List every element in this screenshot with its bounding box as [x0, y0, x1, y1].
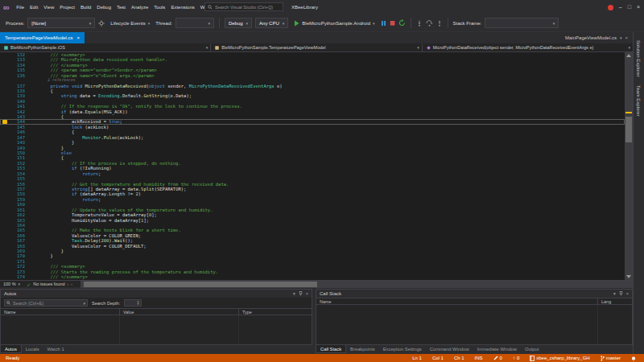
close-button[interactable]: × — [637, 0, 640, 14]
call-stack-panel: Call Stack ▾ × NameLang — [316, 289, 633, 345]
menu-tools[interactable]: Tools — [151, 0, 168, 14]
git-pending-changes[interactable]: 0 — [493, 356, 502, 360]
code-editor[interactable]: 132/// <summary>133/// MicroPython data … — [0, 52, 625, 280]
bottom-tab-autos[interactable]: Autos — [0, 345, 22, 353]
close-icon[interactable]: × — [626, 291, 629, 296]
chevron-down-icon: ▾ — [553, 21, 555, 26]
chevron-down-icon: ▾ — [373, 21, 375, 26]
call-stack-column-lang: Lang — [598, 298, 632, 304]
stop-debug-icon[interactable] — [390, 20, 395, 27]
prev-issue-icon[interactable]: ‹ — [68, 282, 69, 286]
chevron-down-icon[interactable]: ▾ — [83, 301, 85, 306]
process-combo[interactable]: [None]▾ — [27, 18, 95, 28]
call-stack-column-name: Name — [316, 298, 598, 304]
call-stack-body[interactable] — [316, 305, 632, 344]
gear-icon[interactable] — [98, 20, 105, 27]
git-branch[interactable]: master — [601, 356, 621, 361]
scrollbar-thumb[interactable] — [625, 117, 632, 142]
platform-combo[interactable]: Any CPU▾ — [255, 18, 288, 28]
start-debug-button[interactable]: BleMicroPythonSample.Android ▾ — [291, 18, 377, 28]
current-line-marker — [2, 120, 7, 124]
close-tab-icon[interactable]: × — [77, 35, 80, 40]
menu-file[interactable]: File — [14, 0, 27, 14]
menu-view[interactable]: View — [41, 0, 57, 14]
check-icon: ✓ — [27, 282, 31, 287]
menu-extensions[interactable]: Extensions — [168, 0, 197, 14]
code-line-174[interactable]: 174/// </summary> — [0, 274, 625, 279]
status-insert-mode: INS — [475, 356, 483, 360]
document-health-indicator[interactable]: ✓ No issues found ‹ › — [27, 282, 72, 287]
tab-temperaturepageviewmodel[interactable]: TemperaturePageViewModel.cs × — [0, 32, 85, 43]
chevron-down-icon[interactable]: ▾ — [613, 291, 616, 296]
editor-vertical-scrollbar[interactable] — [625, 52, 633, 280]
step-into-icon[interactable] — [416, 20, 423, 27]
method-icon — [427, 46, 431, 50]
autos-grid-body[interactable] — [1, 315, 312, 344]
step-out-icon[interactable] — [436, 20, 443, 27]
minimize-button[interactable]: – — [619, 0, 622, 14]
code-text: return; — [29, 171, 101, 176]
git-repository[interactable]: xbee_csharp_library_GH — [530, 356, 589, 361]
document-tab-well: TemperaturePageViewModel.cs × MainPageVi… — [0, 32, 633, 43]
git-outgoing-commits[interactable]: ↑ 0 — [513, 356, 519, 360]
scrollbar-thumb[interactable] — [84, 282, 317, 287]
quick-search-box[interactable]: Search Visual Studio (Ctrl+Q) — [204, 2, 283, 11]
menu-build[interactable]: Build — [77, 0, 93, 14]
maximize-button[interactable]: □ — [628, 0, 631, 14]
solution-name-label: XBeeLibrary — [291, 0, 318, 14]
zoom-combo[interactable]: 100 %▾ — [0, 281, 23, 288]
code-text: private void MicroPythonDataReceived(obj… — [29, 84, 283, 88]
autos-title-bar[interactable]: Autos ▾ × — [1, 290, 312, 298]
tab-preview-mainpageviewmodel[interactable]: MainPageViewModel.cs ▾ × — [562, 32, 631, 43]
stack-frame-combo[interactable]: ▾ — [485, 18, 559, 28]
editor-horizontal-scrollbar[interactable] — [80, 281, 633, 288]
scroll-up-arrow[interactable] — [626, 54, 631, 57]
breadcrumb-member-dropdown[interactable]: MicroPythonDataReceived(object sender, M… — [423, 43, 633, 51]
bottom-tool-windows: Autos ▾ × Search (Ctrl+E) ▾ Search Depth… — [0, 289, 633, 345]
autos-column-type: Type — [239, 309, 312, 315]
chevron-down-icon[interactable]: ▾ — [620, 35, 622, 40]
close-tab-icon[interactable]: × — [625, 35, 628, 40]
status-column: Col 1 — [432, 356, 444, 360]
debug-toolbar: Process: [None]▾ Lifecycle Events▾ Threa… — [0, 14, 644, 32]
notifications-bell-icon[interactable] — [631, 356, 636, 361]
restart-icon[interactable] — [398, 19, 406, 27]
search-icon — [6, 301, 10, 305]
editor-bottom-bar: 100 %▾ ✓ No issues found ‹ › — [0, 280, 633, 287]
lifecycle-events-button[interactable]: Lifecycle Events▾ — [108, 18, 152, 28]
menu-project[interactable]: Project — [57, 0, 78, 14]
search-depth-label: Search Depth: — [92, 301, 120, 306]
scroll-down-arrow[interactable] — [626, 275, 631, 278]
code-text: HumidityValue = dataArray[1]; — [29, 218, 149, 223]
thread-combo[interactable]: ▾ — [175, 18, 214, 28]
record-indicator-icon[interactable] — [608, 5, 613, 10]
status-right-items: Ln 1 Col 1 Ch 1 INS 0 ↑ 0 xbee_csharp_li… — [412, 354, 636, 362]
close-icon[interactable]: × — [306, 291, 308, 296]
chevron-down-icon[interactable]: ▾ — [293, 291, 295, 296]
call-stack-title-bar[interactable]: Call Stack ▾ × — [316, 290, 632, 298]
process-label: Process: — [6, 21, 24, 26]
code-text: } — [29, 253, 53, 258]
menu-test[interactable]: Test — [114, 0, 128, 14]
breadcrumb-class-dropdown[interactable]: BleMicroPythonSample.TemperaturePageView… — [211, 43, 422, 51]
pin-icon[interactable] — [619, 291, 623, 296]
break-all-icon[interactable] — [381, 20, 386, 27]
sidebar-tab-team-explorer[interactable]: Team Explorer — [636, 85, 641, 117]
next-issue-icon[interactable]: › — [71, 282, 72, 286]
pin-icon[interactable] — [299, 291, 303, 296]
class-icon — [215, 46, 219, 50]
sidebar-tab-solution-explorer[interactable]: Solution Explorer — [636, 40, 641, 77]
bottom-tab-call-stack[interactable]: Call Stack — [316, 345, 346, 353]
chevron-down-icon: ▾ — [283, 21, 285, 26]
breakpoint-margin[interactable] — [0, 274, 10, 279]
line-number: 174 — [10, 274, 29, 279]
autos-search-input[interactable]: Search (Ctrl+E) ▾ — [4, 299, 88, 306]
menu-edit[interactable]: Edit — [27, 0, 41, 14]
breadcrumb-project-dropdown[interactable]: BleMicroPythonSample.iOS ▾ — [0, 43, 211, 51]
menu-debug[interactable]: Debug — [94, 0, 114, 14]
autos-column-value: Value — [120, 309, 239, 315]
step-over-icon[interactable] — [426, 20, 433, 27]
search-depth-spinner[interactable]: ▲▼ — [124, 299, 142, 306]
configuration-combo[interactable]: Debug▾ — [225, 18, 252, 28]
menu-analyze[interactable]: Analyze — [129, 0, 151, 14]
